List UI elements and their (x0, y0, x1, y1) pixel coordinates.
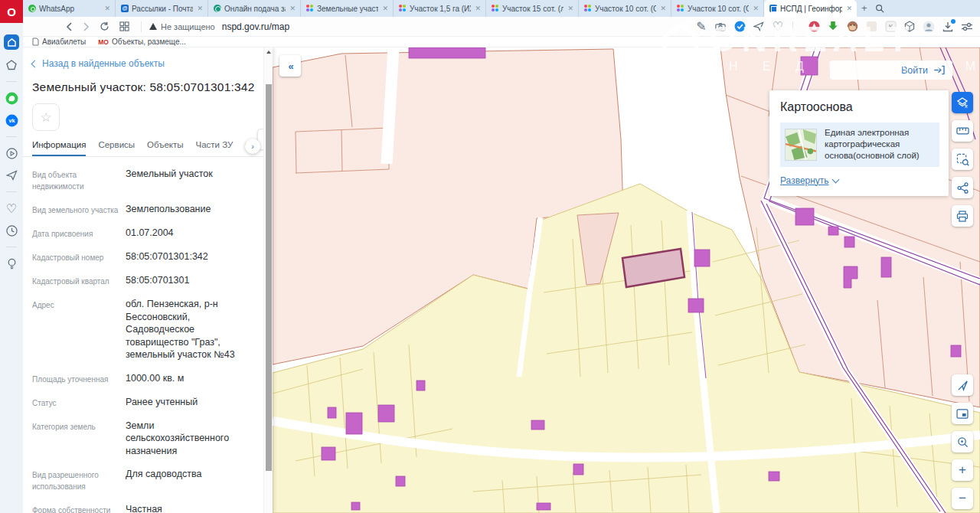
field-label: Вид объекта недвижимости (32, 168, 126, 192)
map-viewport[interactable]: « Войти Картооснова Единая электронная к… (273, 47, 980, 513)
bookmark-label: Авиабилеты (42, 38, 86, 46)
bookmark-aviabilety[interactable]: Авиабилеты (32, 38, 86, 46)
tab-avito-listing-2[interactable]: Участок 15 сот. (личн ✕ (486, 0, 579, 17)
svg-text:K: K (888, 23, 893, 31)
speed-dial-button[interactable] (119, 21, 129, 31)
favorites-heart-icon[interactable]: ♡ (772, 21, 784, 33)
savefrom-extension-icon[interactable] (827, 21, 839, 33)
tab-close-icon[interactable]: ✕ (103, 5, 111, 12)
forward-button[interactable] (83, 22, 90, 31)
zoom-in-button[interactable]: + (952, 459, 973, 481)
favorite-star-button[interactable]: ☆ (32, 103, 60, 131)
speed-dial-home-icon[interactable] (4, 34, 19, 50)
tab-avito-listing-1[interactable]: Участок 1,5 га (ИЖС) на ✕ (394, 0, 486, 17)
player-sidebar-icon[interactable] (5, 146, 18, 160)
vk-sidebar-icon[interactable]: vk (5, 113, 18, 127)
panel-scrollbar[interactable] (263, 47, 273, 513)
tips-bulb-icon[interactable] (5, 256, 18, 270)
whatsapp-sidebar-icon[interactable] (5, 91, 18, 105)
tab-avito-listing-4[interactable]: Участок 10 сот. (СНТ, Д ✕ (671, 0, 764, 17)
disabled-extension-icon[interactable] (865, 21, 877, 33)
send-to-device-icon[interactable] (753, 21, 765, 33)
bookmarks-heart-icon[interactable]: ♡ (5, 201, 18, 215)
tab-objects[interactable]: Объекты (147, 140, 183, 156)
tab-online-application[interactable]: Онлайн подача заявки ✕ (208, 0, 301, 17)
measure-button[interactable] (952, 120, 973, 142)
tab-mail[interactable]: @ Рассылки - Почта Mail ✕ (116, 0, 208, 17)
back-to-results-link[interactable]: Назад в найденные объекты (32, 58, 273, 69)
tab-close-icon[interactable]: ✕ (381, 5, 389, 12)
edit-note-icon[interactable]: ✎ (695, 21, 707, 33)
scroll-up-icon[interactable] (264, 47, 273, 57)
tab-close-icon[interactable]: ✕ (752, 5, 760, 12)
tab-label: Участок 1,5 га (ИЖС) на (410, 5, 471, 13)
tab-nspd-active[interactable]: НСПД | Геоинформацио ✕ (764, 0, 857, 17)
collapse-panel-button[interactable]: « (279, 55, 301, 77)
overview-map-button[interactable] (952, 403, 973, 424)
snapshot-camera-icon[interactable] (714, 21, 727, 33)
basemap-thumbnail (785, 129, 817, 161)
tab-information[interactable]: Информация (32, 140, 86, 156)
address-url[interactable]: nspd.gov.ru/map (222, 21, 290, 32)
tab-services[interactable]: Сервисы (98, 140, 135, 156)
tab-close-icon[interactable]: ✕ (567, 5, 574, 12)
easy-setup-icon[interactable] (961, 21, 973, 33)
back-button[interactable] (66, 22, 73, 31)
svg-text:vk: vk (8, 118, 15, 124)
security-label[interactable]: Не защищено (161, 22, 215, 31)
toolbar-extensions: ✎ ♡ K (695, 21, 980, 33)
tab-close-icon[interactable]: ✕ (474, 5, 482, 12)
reload-button[interactable] (100, 21, 109, 31)
tab-label: Участок 15 сот. (личн (502, 5, 564, 13)
vpn-badge-icon[interactable] (733, 21, 746, 33)
tabs-scroll-right-button[interactable]: › (245, 139, 260, 154)
field-row: Категория земель Земли сельскохозяйствен… (32, 420, 253, 458)
print-button[interactable] (952, 205, 973, 227)
extensions-cube-icon[interactable] (903, 21, 916, 33)
field-label: Вид земельного участка (32, 203, 126, 216)
scrollbar-thumb[interactable] (266, 84, 272, 471)
tab-close-icon[interactable]: ✕ (196, 5, 204, 12)
adblock-extension-icon[interactable] (808, 21, 820, 33)
field-label: Кадастровый квартал (32, 274, 126, 287)
back-label: Назад в найденные объекты (42, 58, 165, 69)
expand-basemap-link[interactable]: Развернуть (780, 175, 838, 186)
zoom-out-button[interactable]: − (952, 488, 973, 509)
field-value: 58:05:0701301 (126, 274, 189, 287)
bookmark-objects[interactable]: МО Объекты, размеще... (98, 38, 186, 46)
downloads-icon[interactable] (942, 21, 954, 33)
telegram-sidebar-icon[interactable] (5, 168, 18, 182)
profile-icon[interactable] (923, 21, 935, 33)
coordinate-search-button[interactable] (952, 431, 973, 453)
security-warning-icon[interactable] (149, 23, 157, 30)
tab-avito-listing-3[interactable]: Участок 10 сот. (СНТ, Д ✕ (579, 0, 671, 17)
tab-close-icon[interactable]: ✕ (845, 5, 853, 12)
history-clock-icon[interactable] (5, 224, 18, 237)
tab-parcel-parts[interactable]: Части ЗУ (196, 140, 234, 156)
download-notification-dot (951, 19, 956, 24)
field-label: Кадастровый номер (32, 250, 126, 263)
nspd-favicon (769, 5, 777, 12)
tab-whatsapp[interactable]: WhatsApp ✕ (23, 0, 116, 17)
avito-favicon (492, 5, 499, 12)
monkey-extension-icon[interactable] (846, 21, 858, 33)
area-search-button[interactable] (952, 149, 973, 170)
basemap-title: Картооснова (780, 100, 939, 114)
tab-close-icon[interactable]: ✕ (659, 5, 667, 12)
layers-button[interactable] (952, 92, 973, 113)
field-label: Дата присвоения (32, 227, 126, 240)
field-row: Вид объекта недвижимости Земельный участ… (32, 168, 253, 192)
field-row: Адрес обл. Пензенская, р-н Бессоновский,… (32, 298, 253, 361)
field-label: Вид разрешенного использования (32, 468, 126, 492)
tab-close-icon[interactable]: ✕ (289, 5, 296, 12)
basemap-layer-item[interactable]: Единая электронная картографическая осно… (780, 123, 939, 167)
kinopoisk-extension-icon[interactable]: K (884, 21, 897, 33)
pinboards-icon[interactable] (5, 58, 18, 72)
opera-logo-icon[interactable]: O (0, 0, 23, 23)
tab-avito-search[interactable]: Земельные участки в П ✕ (301, 0, 394, 17)
signin-button[interactable]: Войти (830, 60, 952, 80)
new-tab-button[interactable]: + (861, 0, 867, 17)
tab-search-icon[interactable] (875, 4, 884, 13)
share-button[interactable] (952, 177, 973, 198)
locate-me-button[interactable] (952, 374, 973, 396)
